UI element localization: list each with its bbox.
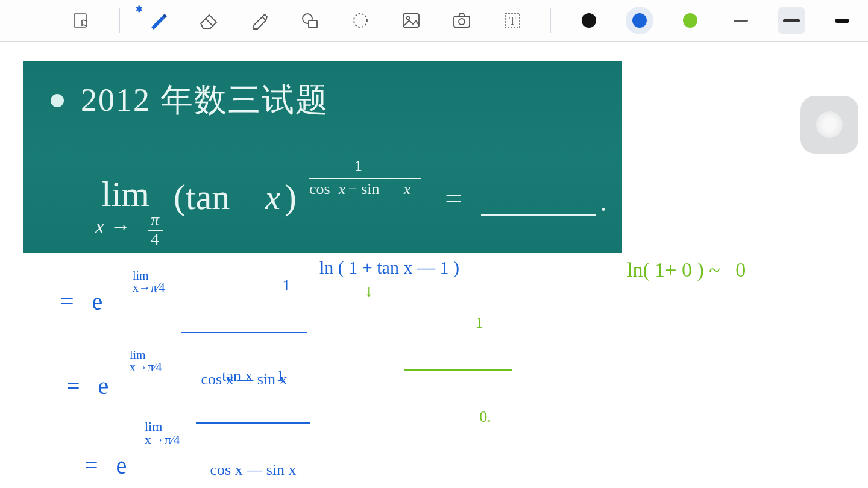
svg-point-8: [459, 19, 465, 25]
color-blue-button[interactable]: [626, 7, 653, 34]
shapes-tool-button[interactable]: [296, 7, 324, 34]
assistive-touch-icon: [816, 111, 843, 138]
toolbar: ✱ T: [0, 0, 868, 42]
hw-eq1-equals-e: = e: [60, 287, 102, 316]
hw-green-frac: 1 0.: [404, 278, 512, 462]
chalkboard-image: 2012 年数三试题 lim x → π 4 (tan x ) 1 cos x …: [23, 61, 622, 253]
svg-text:T: T: [509, 15, 516, 27]
image-tool-button[interactable]: [397, 7, 425, 34]
hw-green-arrow: ↓: [365, 281, 373, 301]
color-swatch-black: [582, 13, 596, 28]
tool-group-left: ✱ T: [68, 7, 856, 34]
stroke-thin-button[interactable]: [727, 7, 755, 34]
svg-text:=: =: [445, 181, 462, 216]
canvas[interactable]: 2012 年数三试题 lim x → π 4 (tan x ) 1 cos x …: [0, 42, 868, 488]
lasso-tool-button[interactable]: [347, 7, 374, 34]
page-tool-button[interactable]: [68, 7, 95, 34]
stroke-thick-icon: [835, 19, 849, 23]
stroke-medium-button[interactable]: [778, 7, 805, 34]
hw-eq2-frac-den: cos x — sin x: [196, 461, 310, 479]
svg-text:lim: lim: [101, 174, 149, 214]
svg-text:x →: x →: [95, 215, 130, 237]
svg-text:− sin: − sin: [348, 180, 380, 198]
svg-text:π: π: [151, 210, 160, 229]
highlighter-tool-button[interactable]: [245, 7, 273, 34]
hw-green-note: ln( 1+ 0 ) ~ 0: [627, 258, 746, 281]
svg-text:x: x: [403, 181, 410, 197]
bullet-icon: [51, 94, 64, 107]
hw-eq2-frac: tan x — 1 cos x — sin x: [196, 331, 310, 488]
eraser-tool-button[interactable]: [195, 7, 222, 34]
hw-eq1-ln: ln ( 1 + tan x — 1 ): [319, 257, 459, 278]
hw-eq3-equals-e: = e: [84, 451, 127, 480]
hw-eq2-frac-num: tan x — 1: [196, 367, 310, 385]
color-swatch-green: [683, 13, 697, 28]
separator: [119, 8, 120, 33]
svg-text:1: 1: [354, 158, 362, 175]
hw-eq1-frac-num: 1: [181, 277, 307, 295]
chalkboard-title: 2012 年数三试题: [81, 78, 329, 122]
text-tool-button[interactable]: T: [498, 7, 526, 34]
hw-eq2-equals-e: = e: [66, 372, 108, 400]
camera-tool-button[interactable]: [448, 7, 476, 34]
svg-text:.: .: [600, 189, 606, 216]
separator: [550, 8, 551, 33]
svg-text:): ): [285, 177, 297, 217]
svg-rect-7: [454, 16, 470, 27]
svg-line-1: [206, 19, 213, 26]
hw-eq3-lim: lim x→π⁄4: [145, 420, 180, 446]
svg-rect-5: [403, 14, 419, 27]
color-black-button[interactable]: [575, 7, 603, 34]
hw-eq2-lim: lim x→π⁄4: [130, 349, 162, 373]
stroke-thick-button[interactable]: [828, 7, 856, 34]
svg-text:x: x: [338, 181, 345, 197]
assistive-touch-button[interactable]: [800, 96, 858, 154]
color-swatch-blue: [632, 13, 647, 28]
hw-eq1-lim: lim x→π⁄4: [133, 269, 165, 293]
svg-text:x: x: [265, 179, 280, 216]
stroke-medium-icon: [783, 19, 800, 22]
svg-text:(tan: (tan: [174, 177, 230, 217]
chalkboard-formula: lim x → π 4 (tan x ) 1 cos x − sin x = .: [95, 158, 608, 251]
pen-tool-button[interactable]: ✱: [144, 7, 172, 34]
stroke-thin-icon: [734, 20, 748, 22]
svg-rect-3: [309, 20, 317, 28]
svg-point-4: [354, 14, 367, 27]
bluetooth-icon: ✱: [136, 4, 143, 14]
color-green-button[interactable]: [676, 7, 704, 34]
hw-green-frac-den: 0.: [404, 408, 512, 426]
svg-text:cos: cos: [309, 180, 330, 198]
svg-point-6: [407, 17, 410, 20]
hw-green-frac-num: 1: [404, 314, 512, 332]
svg-text:4: 4: [151, 230, 159, 248]
